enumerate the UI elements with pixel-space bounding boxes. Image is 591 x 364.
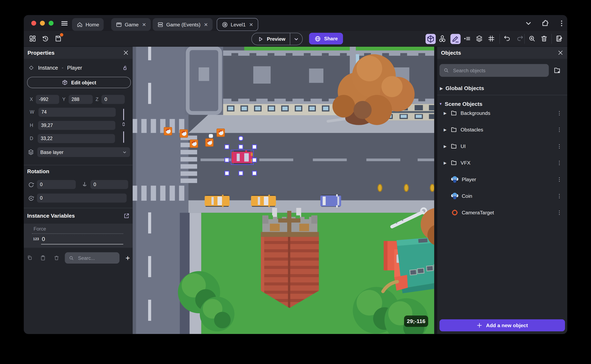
preview-button[interactable]: Preview — [252, 33, 303, 45]
copy-icon[interactable] — [27, 255, 33, 261]
scene-canvas[interactable]: 29;-116 — [133, 47, 437, 334]
instances-list-icon[interactable] — [463, 35, 471, 43]
play-icon — [257, 36, 264, 42]
global-objects-group[interactable]: ▶ Global Objects — [437, 81, 567, 95]
chevron-right-icon[interactable]: ▶ — [442, 144, 448, 148]
h-field[interactable] — [38, 121, 115, 130]
dashboard-icon[interactable] — [29, 35, 37, 43]
folder-row-vfx[interactable]: ▶ VFX ⋮ — [437, 156, 567, 169]
variables-search-input[interactable] — [77, 255, 116, 261]
open-variables-external-icon[interactable] — [123, 213, 130, 219]
chevron-right-icon[interactable]: ▶ — [442, 128, 448, 132]
folder-icon — [451, 159, 457, 166]
folder-row-obstacles[interactable]: ▶ Obstacles ⋮ — [437, 123, 567, 136]
tab-game-events[interactable]: Game (Events) ✕ — [153, 18, 212, 31]
tab-level1[interactable]: Level1 ✕ — [217, 18, 258, 31]
w-field[interactable] — [38, 108, 116, 117]
history-icon[interactable] — [41, 35, 49, 43]
rotation-y-field[interactable] — [90, 180, 128, 189]
variable-name[interactable]: Force — [33, 226, 46, 232]
y-field[interactable] — [68, 95, 93, 104]
paste-icon[interactable] — [40, 255, 46, 261]
hamburger-menu-icon[interactable] — [60, 19, 68, 27]
variables-search[interactable] — [65, 252, 120, 263]
objects-search-input[interactable] — [452, 67, 545, 73]
layer-select[interactable]: Base layer — [37, 147, 130, 157]
objects-title: Objects — [441, 50, 461, 56]
chevron-right-icon[interactable]: ▶ — [439, 86, 444, 90]
item-menu-kebab-icon[interactable]: ⋮ — [557, 143, 562, 149]
pencil-icon[interactable] — [451, 34, 461, 44]
objects-search[interactable] — [439, 64, 549, 77]
folder-icon — [451, 143, 457, 150]
d-field[interactable] — [38, 134, 115, 143]
notebook-edit-icon[interactable] — [555, 35, 563, 43]
item-menu-kebab-icon[interactable]: ⋮ — [557, 209, 562, 215]
chevron-right-icon[interactable]: ▶ — [442, 111, 448, 115]
object-row-coin[interactable]: Coin ⋮ — [437, 189, 567, 202]
panel-divider — [434, 47, 437, 334]
zoom-in-icon[interactable] — [528, 35, 536, 43]
taxi-car-1[interactable] — [205, 195, 230, 207]
rotation-x-field[interactable] — [37, 180, 76, 189]
object-row-cameratarget[interactable]: CameraTarget ⋮ — [437, 206, 567, 219]
grid-icon[interactable] — [487, 35, 495, 43]
item-menu-kebab-icon[interactable]: ⋮ — [557, 176, 562, 182]
rotate-y-icon — [81, 181, 88, 188]
window-menu-kebab-icon[interactable] — [558, 19, 566, 27]
item-menu-kebab-icon[interactable]: ⋮ — [557, 127, 562, 132]
trash-icon[interactable] — [53, 255, 60, 261]
redo-icon[interactable] — [516, 35, 524, 43]
h-label: H — [30, 123, 33, 128]
instance-name-label: Player — [67, 65, 82, 71]
z-field[interactable] — [101, 95, 125, 104]
x-field[interactable] — [36, 95, 59, 104]
church-tower[interactable] — [261, 208, 319, 310]
preview-dropdown-chevron-icon[interactable] — [293, 36, 299, 42]
objects-panel-header: Objects — [437, 47, 567, 59]
rotation-z-field[interactable] — [37, 194, 127, 202]
layers-icon[interactable] — [475, 35, 483, 43]
cube-3d-icon[interactable] — [426, 34, 436, 44]
add-variable-button[interactable]: + — [126, 254, 130, 262]
share-button[interactable]: Share — [309, 33, 343, 45]
link-dimensions-icon[interactable] — [121, 121, 127, 129]
edit-object-button[interactable]: Edit object — [27, 77, 131, 88]
close-icon[interactable] — [123, 50, 129, 56]
variable-value[interactable]: 0 — [42, 236, 45, 242]
player-car-selected[interactable] — [232, 150, 253, 164]
folder-row-ui[interactable]: ▶ UI ⋮ — [437, 139, 567, 153]
blue-car[interactable] — [320, 194, 341, 207]
item-menu-kebab-icon[interactable]: ⋮ — [557, 193, 562, 199]
tab-close-icon[interactable]: ✕ — [142, 22, 146, 27]
object-row-player[interactable]: Player ⋮ — [437, 172, 567, 186]
tab-game[interactable]: Game ✕ — [111, 18, 151, 31]
undo-icon[interactable] — [503, 35, 511, 43]
small-sprite — [209, 134, 213, 138]
lock-open-icon[interactable] — [122, 65, 128, 71]
chevron-down-icon[interactable]: ▼ — [438, 102, 443, 106]
trash-icon[interactable] — [540, 35, 548, 43]
app-window: Home Game ✕ Game (Events) ✕ Level1 ✕ Pre… — [24, 15, 567, 334]
properties-panel-header: Properties — [24, 47, 133, 59]
extensions-puzzle-icon[interactable] — [541, 19, 549, 27]
taxi-car-2[interactable] — [251, 195, 276, 207]
traffic-zoom-button[interactable] — [49, 21, 53, 26]
item-menu-kebab-icon[interactable]: ⋮ — [557, 110, 562, 116]
tab-close-icon[interactable]: ✕ — [204, 22, 208, 27]
item-menu-kebab-icon[interactable]: ⋮ — [557, 160, 562, 166]
folder-row-backgrounds[interactable]: ▶ Backgrounds ⋮ — [437, 106, 567, 120]
variable-row[interactable]: Force 123 0 — [24, 224, 133, 248]
add-new-object-button[interactable]: Add a new object — [439, 319, 565, 332]
target-icon — [451, 209, 458, 216]
objects-panel: Objects ▶ Global Objects ▼ Scene Objects… — [437, 47, 567, 334]
add-folder-icon[interactable] — [553, 66, 561, 74]
objects-icon[interactable] — [438, 35, 446, 43]
chevron-right-icon[interactable]: ▶ — [442, 161, 448, 165]
tab-close-icon[interactable]: ✕ — [249, 22, 253, 27]
chevron-down-icon[interactable] — [524, 19, 532, 27]
traffic-close-button[interactable] — [31, 21, 36, 26]
close-icon[interactable] — [558, 50, 563, 56]
traffic-minimize-button[interactable] — [40, 21, 45, 26]
tab-home[interactable]: Home — [72, 18, 104, 31]
